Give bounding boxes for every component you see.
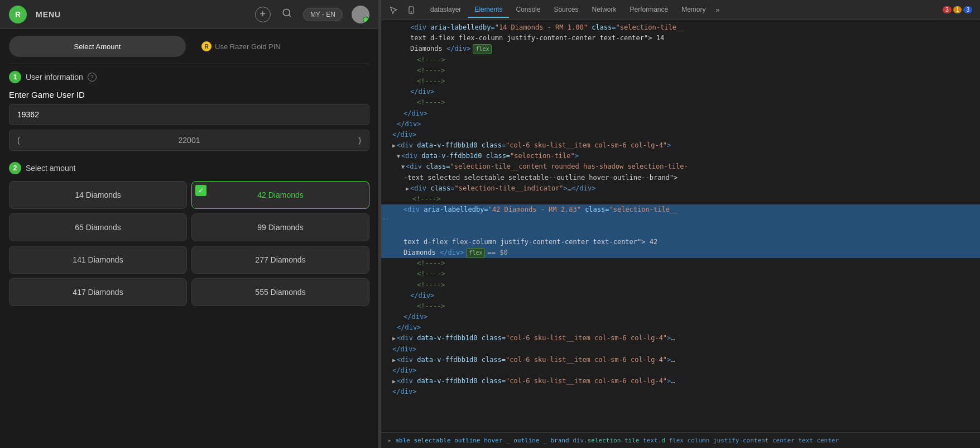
section2-title: Select amount	[26, 164, 76, 173]
svg-point-3	[411, 11, 411, 12]
dt-line-15: -text selected selectable selectable--ou…	[381, 173, 980, 183]
dt-line-14: <div class="selection-tile__content roun…	[381, 161, 980, 172]
add-button[interactable]: +	[255, 7, 271, 22]
dt-line-5: <!---->	[381, 65, 980, 76]
dt-line-32: <div data-v-ffdbb1d0 class="col-6 sku-li…	[381, 376, 980, 387]
tab-dataslayer[interactable]: dataslayer	[424, 2, 468, 18]
dt-line-26: </div>	[381, 312, 980, 322]
game-user-id-input[interactable]	[9, 104, 369, 125]
dt-line-25: <!---->	[381, 301, 980, 312]
server-id-row: ( 22001 )	[9, 130, 369, 151]
info-badge: 3	[963, 6, 972, 13]
tab-memory[interactable]: Memory	[675, 2, 712, 18]
devtools-device-icon[interactable]	[403, 2, 419, 18]
dt-line-7: </div>	[381, 87, 980, 97]
help-icon[interactable]: ?	[88, 73, 97, 82]
more-tabs-button[interactable]: »	[713, 6, 723, 14]
left-panel: R MENU + MY - EN Select Amount R Use Raz…	[0, 0, 378, 448]
diamond-tile-555[interactable]: ✓ 555 Diamonds	[191, 278, 369, 306]
top-nav: R MENU + MY - EN	[0, 0, 378, 29]
dt-line-22: <!---->	[381, 269, 980, 279]
select-amount-section: 2 Select amount ✓ 14 Diamonds ✓ 42 Diamo…	[0, 158, 378, 311]
dt-line-18[interactable]: ··· <div aria-labelledby="42 Diamonds - …	[381, 204, 980, 237]
diamond-grid: ✓ 14 Diamonds ✓ 42 Diamonds ✓ 65 Diamond…	[9, 181, 369, 306]
dt-line-16: <div class="selection-tile__indicator">……	[381, 183, 980, 194]
expand-arrow-14[interactable]	[401, 161, 405, 172]
server-id-value: 22001	[179, 136, 200, 145]
dt-line-6: <!---->	[381, 76, 980, 87]
svg-point-0	[283, 9, 290, 16]
razer-gold-pin-tab[interactable]: R Use Razer Gold PIN	[193, 36, 369, 57]
dt-line-2: text d-flex flex-column justify-content-…	[381, 33, 980, 44]
dt-line-21: <!---->	[381, 258, 980, 269]
error-badge: 3	[943, 6, 952, 13]
dt-line-13: <div data-v-ffdbb1d0 class="selection-ti…	[381, 151, 980, 161]
section1-header: 1 User information ?	[9, 71, 369, 83]
dt-line-12: <div data-v-ffdbb1d0 class="col-6 sku-li…	[381, 140, 980, 151]
razer-gold-icon: R	[201, 41, 212, 51]
diamond-tile-14[interactable]: ✓ 14 Diamonds	[9, 181, 187, 209]
diamond-tile-65[interactable]: ✓ 65 Diamonds	[9, 213, 187, 241]
expand-arrow-32[interactable]	[392, 376, 396, 387]
diamond-tile-277[interactable]: ✓ 277 Diamonds	[191, 246, 369, 274]
diamond-tile-141[interactable]: ✓ 141 Diamonds	[9, 246, 187, 274]
dt-line-24: </div>	[381, 290, 980, 301]
dt-line-17: <!---->	[381, 194, 980, 204]
menu-label: MENU	[36, 10, 246, 19]
devtools-bottom-bar: ▸ able selectable outline hover _ outlin…	[381, 432, 980, 448]
devtools-tabs: dataslayer Elements Console Sources Netw…	[381, 0, 980, 20]
dt-line-27: </div>	[381, 322, 980, 333]
devtools-cursor-icon[interactable]	[386, 2, 401, 18]
dt-line-11: </div>	[381, 130, 980, 140]
language-button[interactable]: MY - EN	[303, 8, 343, 21]
dt-line-3: Diamonds </div>flex	[381, 44, 980, 54]
dt-line-8: <!---->	[381, 97, 980, 108]
field-label: Enter Game User ID	[9, 90, 369, 99]
svg-line-1	[289, 15, 290, 16]
tab-performance[interactable]: Performance	[623, 2, 675, 18]
dt-line-28: <div data-v-ffdbb1d0 class="col-6 sku-li…	[381, 333, 980, 344]
expand-arrow-30[interactable]	[392, 355, 396, 365]
paren-left: (	[17, 136, 20, 145]
dt-line-20: Diamonds </div>flex== $0	[381, 247, 980, 258]
check-42: ✓	[195, 185, 206, 196]
devtools-content: <div aria-labelledby="14 Diamonds - RM 1…	[381, 20, 980, 432]
devtools-icons	[386, 2, 419, 18]
bottom-bar-text: ▸ able selectable outline hover _ outlin…	[388, 437, 839, 444]
section2-header: 2 Select amount	[9, 162, 369, 174]
dt-line-1: <div aria-labelledby="14 Diamonds - RM 1…	[381, 22, 980, 33]
avatar[interactable]	[352, 6, 369, 23]
tab-row: Select Amount R Use Razer Gold PIN	[0, 29, 378, 64]
dt-line-19: text d-flex flex-column justify-content-…	[381, 237, 980, 247]
diamond-tile-42[interactable]: ✓ 42 Diamonds	[191, 181, 369, 209]
dt-line-9: </div>	[381, 108, 980, 119]
devtools-panel: dataslayer Elements Console Sources Netw…	[381, 0, 980, 448]
dt-line-30: <div data-v-ffdbb1d0 class="col-6 sku-li…	[381, 355, 980, 365]
dt-line-29: </div>	[381, 344, 980, 355]
dt-line-4: <!---->	[381, 55, 980, 65]
expand-arrow-28[interactable]	[392, 333, 396, 344]
user-info-section: 1 User information ? Enter Game User ID …	[0, 64, 378, 158]
tab-console[interactable]: Console	[509, 2, 547, 18]
dt-line-10: </div>	[381, 119, 980, 130]
select-amount-tab[interactable]: Select Amount	[9, 36, 186, 57]
expand-arrow-12[interactable]	[392, 140, 396, 151]
tab-network[interactable]: Network	[585, 2, 623, 18]
step1-badge: 1	[9, 71, 21, 83]
section1-title: User information	[26, 73, 83, 82]
app-logo: R	[9, 6, 27, 23]
step2-badge: 2	[9, 162, 21, 174]
dt-line-33: </div>	[381, 387, 980, 397]
search-button[interactable]	[280, 6, 294, 23]
warning-badge: 1	[953, 6, 962, 13]
expand-arrow-13[interactable]	[397, 151, 400, 161]
paren-right: )	[358, 136, 361, 145]
tab-elements[interactable]: Elements	[468, 2, 509, 18]
dt-line-23: <!---->	[381, 280, 980, 290]
expand-arrow-16[interactable]	[406, 183, 409, 194]
diamond-tile-417[interactable]: ✓ 417 Diamonds	[9, 278, 187, 306]
dt-line-31: </div>	[381, 365, 980, 376]
diamond-tile-99[interactable]: ✓ 99 Diamonds	[191, 213, 369, 241]
badge-area: 3 1 3	[939, 6, 976, 13]
tab-sources[interactable]: Sources	[547, 2, 585, 18]
